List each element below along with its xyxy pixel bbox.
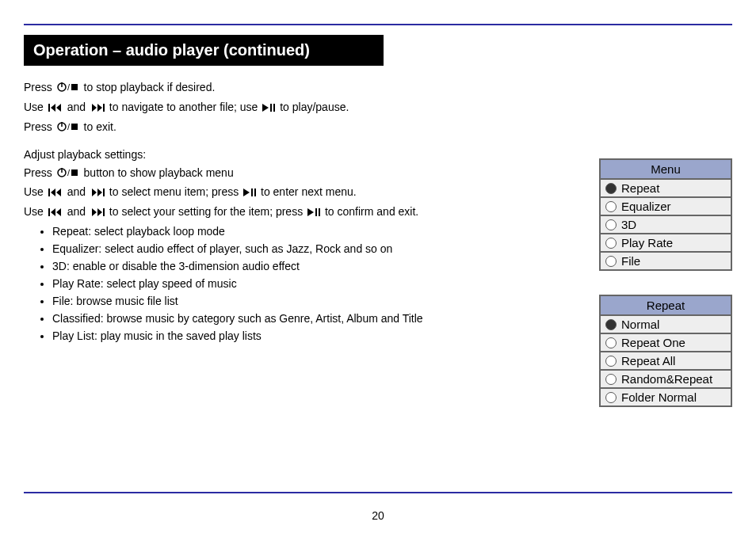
menu-title: Menu bbox=[601, 160, 731, 180]
menu-row: Repeat bbox=[601, 180, 731, 198]
text: Press bbox=[24, 81, 55, 93]
menu-row-label: Random&Repeat bbox=[621, 372, 712, 386]
menu-illustration: Menu RepeatEqualizer3DPlay RateFile bbox=[599, 158, 732, 271]
play-pause-icon bbox=[262, 101, 275, 116]
top-rule bbox=[24, 24, 732, 25]
feature-list: Repeat: select playback loop mode Equali… bbox=[24, 224, 531, 343]
next-icon bbox=[90, 206, 105, 221]
text: Use bbox=[24, 101, 47, 113]
list-item: File: browse music file list bbox=[52, 294, 531, 309]
radio-icon bbox=[605, 337, 617, 348]
svg-marker-8 bbox=[97, 104, 102, 112]
svg-marker-36 bbox=[307, 208, 314, 216]
radio-icon bbox=[605, 219, 617, 230]
svg-marker-23 bbox=[56, 188, 61, 196]
text: to navigate to another file; use bbox=[109, 101, 261, 113]
power-stop-icon: / bbox=[57, 167, 79, 182]
svg-marker-5 bbox=[51, 104, 55, 112]
subheading: Adjust playback settings: bbox=[24, 147, 531, 162]
text: Press bbox=[24, 120, 55, 133]
svg-rect-20 bbox=[71, 169, 78, 176]
list-item: Play List: play music in the saved play … bbox=[52, 329, 531, 344]
radio-icon bbox=[605, 374, 617, 385]
svg-text:/: / bbox=[67, 122, 71, 131]
menu-row-label: Normal bbox=[621, 318, 659, 331]
svg-marker-31 bbox=[51, 208, 55, 216]
svg-rect-16 bbox=[71, 124, 78, 130]
svg-rect-29 bbox=[254, 188, 256, 196]
menu-row: Play Rate bbox=[601, 234, 731, 253]
menu-row: Repeat One bbox=[601, 334, 731, 352]
svg-rect-21 bbox=[48, 188, 50, 196]
svg-rect-35 bbox=[103, 208, 105, 216]
text: to confirm and exit. bbox=[325, 205, 418, 218]
list-item: Play Rate: select play speed of music bbox=[52, 276, 531, 291]
text: to exit. bbox=[84, 120, 116, 133]
menu-row: Random&Repeat bbox=[601, 371, 731, 389]
svg-marker-34 bbox=[97, 208, 102, 216]
text: Use bbox=[24, 205, 47, 218]
repeat-illustration: Repeat NormalRepeat OneRepeat AllRandom&… bbox=[599, 295, 732, 407]
text: Use bbox=[24, 185, 47, 198]
menu-row-label: Repeat One bbox=[621, 336, 685, 349]
text: and bbox=[67, 101, 89, 113]
svg-rect-4 bbox=[48, 104, 50, 112]
play-pause-icon bbox=[243, 186, 256, 201]
text: to play/pause. bbox=[280, 101, 349, 113]
radio-icon bbox=[605, 256, 617, 267]
bottom-rule bbox=[24, 492, 732, 493]
svg-rect-30 bbox=[48, 208, 50, 216]
menu-row-label: Play Rate bbox=[621, 236, 673, 249]
menu-row: Normal bbox=[601, 316, 731, 334]
svg-marker-7 bbox=[92, 104, 97, 112]
prev-icon bbox=[48, 101, 63, 116]
svg-rect-28 bbox=[251, 188, 253, 196]
menu-row-label: Equalizer bbox=[621, 200, 671, 213]
menu-title: Repeat bbox=[601, 296, 731, 316]
svg-rect-37 bbox=[315, 208, 317, 216]
power-stop-icon: / bbox=[57, 121, 79, 136]
svg-marker-27 bbox=[243, 188, 250, 196]
svg-rect-11 bbox=[270, 104, 272, 112]
next-icon bbox=[90, 186, 105, 201]
next-icon bbox=[90, 101, 105, 116]
svg-marker-32 bbox=[56, 208, 61, 216]
text: to enter next menu. bbox=[261, 185, 357, 198]
section-title: Operation – audio player (continued) bbox=[24, 35, 384, 66]
svg-rect-26 bbox=[103, 188, 105, 196]
menu-row-label: Repeat bbox=[621, 181, 659, 195]
menu-row-label: Folder Normal bbox=[621, 390, 697, 404]
text: and bbox=[67, 205, 89, 218]
svg-rect-38 bbox=[319, 208, 320, 216]
menu-row-label: 3D bbox=[621, 218, 636, 231]
menu-row-label: File bbox=[621, 254, 640, 268]
radio-icon bbox=[605, 238, 617, 249]
svg-rect-3 bbox=[71, 84, 78, 90]
menu-row: Repeat All bbox=[601, 352, 731, 371]
svg-marker-25 bbox=[97, 188, 102, 196]
svg-marker-22 bbox=[51, 188, 55, 196]
menu-row: File bbox=[601, 253, 731, 269]
svg-marker-10 bbox=[262, 104, 269, 112]
text: Press bbox=[24, 166, 55, 179]
body-text: Press / to stop playback if desired. Use… bbox=[24, 66, 531, 343]
list-item: Equalizer: select audio effect of player… bbox=[52, 242, 531, 257]
svg-text:/: / bbox=[67, 168, 71, 177]
page-number: 20 bbox=[0, 509, 756, 522]
menu-row-label: Repeat All bbox=[621, 354, 675, 367]
play-pause-icon bbox=[307, 206, 320, 221]
radio-icon bbox=[605, 183, 617, 194]
power-stop-icon: / bbox=[57, 82, 79, 97]
list-item: Repeat: select playback loop mode bbox=[52, 224, 531, 239]
svg-marker-6 bbox=[56, 104, 61, 112]
radio-icon bbox=[605, 319, 617, 330]
text: to select menu item; press bbox=[109, 185, 242, 198]
menu-row: Equalizer bbox=[601, 198, 731, 216]
text: to stop playback if desired. bbox=[84, 81, 216, 93]
prev-icon bbox=[48, 206, 63, 221]
list-item: Classified: browse music by category suc… bbox=[52, 311, 531, 326]
menu-row: Folder Normal bbox=[601, 389, 731, 405]
svg-rect-12 bbox=[273, 104, 275, 112]
radio-icon bbox=[605, 392, 617, 403]
svg-rect-9 bbox=[103, 104, 105, 112]
